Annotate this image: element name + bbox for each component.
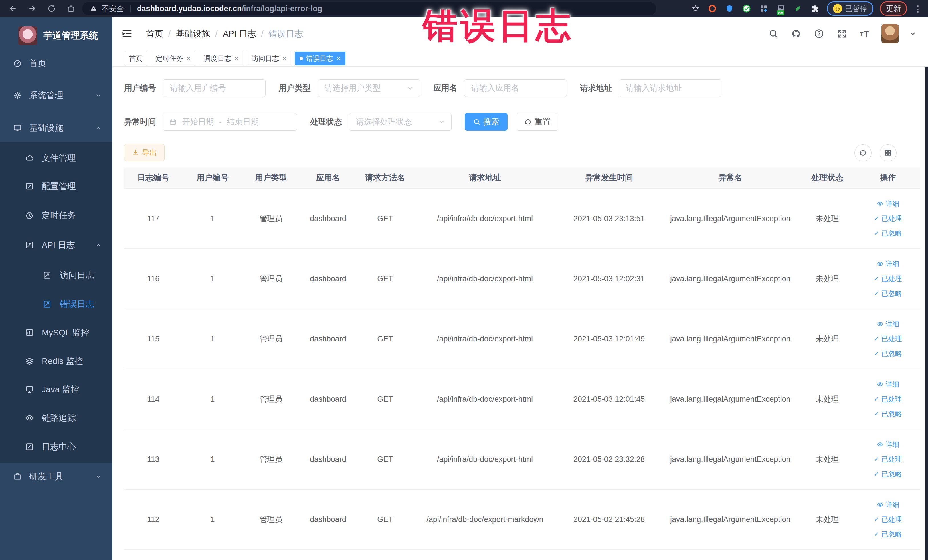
action-ignored[interactable]: ✓已忽略 xyxy=(858,226,918,241)
extension-orange-ring-icon[interactable] xyxy=(707,3,717,14)
filter-label: 用户编号 xyxy=(124,83,156,93)
reset-button[interactable]: 重置 xyxy=(517,113,558,131)
table-row: 1141管理员dashboardGET/api/infra/db-doc/exp… xyxy=(124,369,920,429)
forward-icon[interactable] xyxy=(27,4,37,14)
sidebar-item[interactable]: API 日志 xyxy=(0,231,112,259)
date-range-picker[interactable]: 开始日期 - 结束日期 xyxy=(163,113,297,131)
search-button[interactable]: 搜索 xyxy=(465,113,508,131)
close-icon[interactable]: × xyxy=(235,55,238,63)
fullscreen-icon[interactable] xyxy=(836,27,848,40)
action-processed[interactable]: ✓已处理 xyxy=(858,211,918,226)
sidebar-item[interactable]: Redis 监控 xyxy=(0,347,112,375)
header-icon-group: TT xyxy=(767,24,928,43)
app-name-input[interactable] xyxy=(464,79,567,97)
chevron-up-icon xyxy=(95,124,102,131)
action-detail[interactable]: 详细 xyxy=(858,377,918,392)
action-processed[interactable]: ✓已处理 xyxy=(858,331,918,346)
bookmark-star-icon[interactable] xyxy=(691,4,701,14)
help-icon[interactable] xyxy=(813,27,825,40)
action-ignored[interactable]: ✓已忽略 xyxy=(858,286,918,301)
tag-item[interactable]: 首页 xyxy=(124,52,148,65)
github-icon[interactable] xyxy=(790,27,803,40)
action-processed[interactable]: ✓已处理 xyxy=(858,512,918,527)
chevron-up-icon xyxy=(95,241,102,249)
sidebar-item[interactable]: 研发工具 xyxy=(0,462,112,491)
refresh-circle-button[interactable] xyxy=(855,144,872,162)
search-icon[interactable] xyxy=(767,27,780,40)
user-id-input[interactable] xyxy=(163,79,266,97)
breadcrumb-separator: / xyxy=(215,29,217,38)
tag-item[interactable]: 访问日志× xyxy=(247,52,291,65)
security-label[interactable]: 不安全 xyxy=(102,4,124,14)
export-button-label: 导出 xyxy=(142,148,157,158)
close-icon[interactable]: × xyxy=(282,55,286,63)
sidebar-item[interactable]: Java 监控 xyxy=(0,375,112,404)
action-processed[interactable]: ✓已处理 xyxy=(858,452,918,467)
sidebar-item[interactable]: 日志中心 xyxy=(0,432,112,461)
font-size-icon[interactable]: TT xyxy=(858,27,871,40)
action-ignored[interactable]: ✓已忽略 xyxy=(858,527,918,542)
close-icon[interactable]: × xyxy=(337,55,340,63)
extension-grid-icon[interactable] xyxy=(759,3,769,14)
browser-menu-icon[interactable]: ⋮ xyxy=(914,4,922,14)
action-processed[interactable]: ✓已处理 xyxy=(858,392,918,406)
sidebar-item[interactable]: 文件管理 xyxy=(0,144,112,172)
action-detail[interactable]: 详细 xyxy=(858,497,918,512)
caret-down-icon[interactable] xyxy=(909,30,917,37)
sidebar-item[interactable]: 链路追踪 xyxy=(0,404,112,432)
action-detail[interactable]: 详细 xyxy=(858,437,918,452)
page-scrollbar[interactable] xyxy=(925,17,928,560)
update-label: 更新 xyxy=(886,4,901,14)
export-button[interactable]: 导出 xyxy=(124,144,165,161)
breadcrumb-item[interactable]: 首页 xyxy=(146,28,163,40)
breadcrumb-item[interactable]: API 日志 xyxy=(223,28,256,40)
sidebar-item[interactable]: 配置管理 xyxy=(0,172,112,201)
update-button[interactable]: 更新 xyxy=(880,2,907,16)
home-icon[interactable] xyxy=(66,4,76,14)
request-url-input[interactable] xyxy=(619,79,722,97)
extension-on-badge-icon[interactable]: on xyxy=(776,3,786,14)
tag-item[interactable]: 调度日志× xyxy=(199,52,243,65)
extensions-puzzle-icon[interactable] xyxy=(810,3,820,14)
log-id-cell: 112 xyxy=(124,490,183,550)
extension-leaf-icon[interactable] xyxy=(793,3,803,14)
user-id-cell: 1 xyxy=(183,309,243,369)
back-icon[interactable] xyxy=(8,4,18,14)
sidebar-item[interactable]: 首页 xyxy=(0,49,112,78)
column-settings-button[interactable] xyxy=(879,144,897,162)
user-type-select[interactable]: 请选择用户类型 xyxy=(317,79,420,97)
user-type-cell: 管理员 xyxy=(243,369,299,429)
sidebar-item[interactable]: 定时任务 xyxy=(0,201,112,230)
app-logo[interactable]: 芋道管理系统 xyxy=(0,17,112,54)
tag-active[interactable]: 错误日志× xyxy=(295,52,345,65)
action-ignored[interactable]: ✓已忽略 xyxy=(858,346,918,361)
url-text[interactable]: dashboard.yudao.iocoder.cn/infra/log/api… xyxy=(137,4,322,13)
filter-app-name: 应用名 xyxy=(433,79,567,97)
exception-time-cell: 2021-05-02 21:45:28 xyxy=(556,490,662,550)
action-ignored[interactable]: ✓已忽略 xyxy=(858,406,918,421)
action-detail[interactable]: 详细 xyxy=(858,256,918,271)
process-status-select[interactable]: 请选择处理状态 xyxy=(349,113,452,131)
extension-green-check-icon[interactable] xyxy=(742,3,752,14)
close-icon[interactable]: × xyxy=(186,55,191,63)
breadcrumb-item[interactable]: 基础设施 xyxy=(176,28,210,40)
sidebar-item[interactable]: 访问日志 xyxy=(0,261,112,290)
hamburger-icon[interactable] xyxy=(121,27,133,40)
reload-icon[interactable] xyxy=(47,4,56,14)
sidebar-item[interactable]: 系统管理 xyxy=(0,81,112,110)
app-name-cell: dashboard xyxy=(299,309,357,369)
extension-blue-shield-icon[interactable] xyxy=(724,3,734,14)
action-processed[interactable]: ✓已处理 xyxy=(858,271,918,286)
action-detail[interactable]: 详细 xyxy=(858,317,918,331)
request-url-cell: /api/infra/db-doc/export-html xyxy=(414,189,556,249)
profile-paused-pill[interactable]: ☺ 已暂停 xyxy=(827,2,873,16)
sidebar-item[interactable]: MySQL 监控 xyxy=(0,318,112,347)
sidebar-item[interactable]: 基础设施 xyxy=(0,113,112,142)
action-detail[interactable]: 详细 xyxy=(858,196,918,211)
action-ignored[interactable]: ✓已忽略 xyxy=(858,467,918,482)
sidebar-item[interactable]: 错误日志 xyxy=(0,290,112,318)
tag-item[interactable]: 定时任务× xyxy=(151,52,195,65)
user-avatar[interactable] xyxy=(881,24,899,43)
actions-cell: 详细✓已处理✓已忽略 xyxy=(856,189,920,249)
log-center-icon xyxy=(24,442,34,451)
